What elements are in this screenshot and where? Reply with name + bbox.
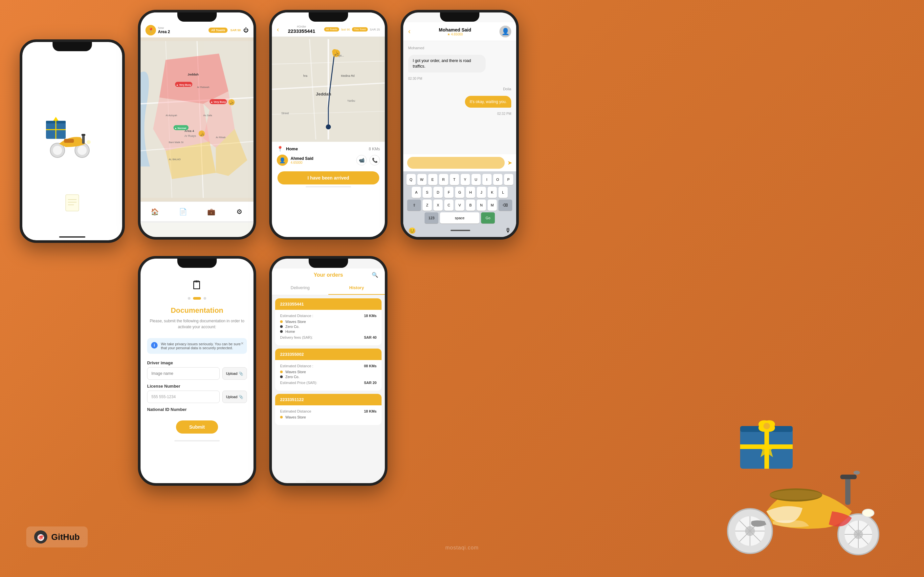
order-body-3: Estimated Distance 18 KMs Waves Store (275, 405, 382, 425)
submit-btn[interactable]: Submit (176, 421, 218, 434)
license-input[interactable] (147, 390, 220, 403)
route-stop-2b: Zero Co. (280, 375, 300, 379)
field1-label: Driver image (147, 360, 247, 365)
key-b[interactable]: B (466, 200, 475, 211)
phone-orders: Your orders 🔍 Delivering History 2233355… (269, 256, 387, 486)
tab-history[interactable]: History (328, 281, 385, 295)
nav-home[interactable]: 🏠 (150, 207, 160, 217)
send-btn[interactable]: ➤ (507, 159, 512, 166)
key-x[interactable]: X (434, 200, 443, 211)
field3-label: National ID Number (147, 407, 247, 412)
chat-back-btn[interactable]: ‹ (408, 27, 410, 36)
license-upload[interactable]: Upload 📎 (222, 390, 247, 403)
key-n[interactable]: N (477, 200, 486, 211)
key-h[interactable]: H (466, 187, 475, 198)
phone-splash: 9:41 ▪▪▪ (20, 39, 125, 243)
sender-name-1: Mohamed (408, 46, 511, 50)
phone-chat: ‹ Mohamed Said ★ 4.65000 👤 Mohamed I got… (401, 10, 519, 240)
msg-time-1: 02:30 PM (408, 77, 511, 81)
svg-point-8 (53, 146, 62, 155)
doc-icon: 🗒 (147, 278, 247, 292)
svg-text:▲ Normal: ▲ Normal (174, 127, 186, 130)
route-dot-2b (280, 376, 283, 378)
tab-delivering[interactable]: Delivering (272, 281, 328, 295)
keyboard: Q W E R T Y U I O P A S D F G H J K L (403, 171, 516, 237)
key-u[interactable]: U (471, 174, 481, 185)
orders-screen: Your orders 🔍 Delivering History 2233355… (272, 259, 385, 483)
nav-settings[interactable]: ⚙ (234, 207, 244, 217)
doc-header: 🗒 Documentation Please, submit the follo… (140, 269, 253, 335)
key-w[interactable]: W (417, 174, 427, 185)
svg-point-12 (87, 140, 90, 144)
key-t[interactable]: T (450, 174, 459, 185)
sender-name-2: Dolia (408, 87, 511, 91)
map-svg: Jeddah Area 4 Ar Ruays Ar Rabwah Al Aziz… (140, 37, 253, 201)
video-call-btn[interactable]: 📹 (356, 155, 367, 165)
github-text: GitHub (51, 532, 80, 542)
orders-search[interactable]: 🔍 (372, 272, 378, 278)
contact-avatar: 👤 (500, 26, 511, 37)
key-r[interactable]: R (439, 174, 448, 185)
key-k[interactable]: K (488, 187, 497, 198)
info-icon: i (151, 342, 158, 348)
key-j[interactable]: J (477, 187, 486, 198)
key-i[interactable]: I (482, 174, 492, 185)
driver-image-input[interactable] (147, 367, 220, 380)
arrived-btn[interactable]: I have been arrived (277, 171, 379, 184)
fee-val-2: SAR 20 (364, 381, 377, 385)
key-l[interactable]: L (498, 187, 508, 198)
key-m[interactable]: M (488, 200, 497, 211)
key-o[interactable]: O (493, 174, 502, 185)
route-stop-1a: Waves Store (280, 320, 306, 324)
chat-screen: ‹ Mohamed Said ★ 4.65000 👤 Mohamed I got… (403, 13, 516, 237)
order-card-3: 2233351122 Estimated Distance 18 KMs Wav… (275, 394, 382, 425)
emoji-icon[interactable]: 😊 (408, 227, 416, 234)
svg-point-85 (770, 490, 822, 500)
last-val: last 90 (341, 28, 350, 31)
nav-orders[interactable]: 📄 (178, 207, 188, 217)
key-f[interactable]: F (444, 187, 453, 198)
mic-icon[interactable]: 🎙 (505, 227, 511, 234)
key-y[interactable]: Y (461, 174, 470, 185)
key-space[interactable]: space (440, 212, 479, 224)
doc-form: Driver image Upload 📎 License Number Upl… (140, 357, 253, 417)
key-c[interactable]: C (444, 200, 453, 211)
key-d[interactable]: D (434, 187, 443, 198)
key-go[interactable]: Go (481, 212, 495, 224)
key-123[interactable]: 123 (424, 212, 439, 224)
sar-tracking: SAR 25 (370, 28, 380, 31)
svg-rect-9 (64, 139, 74, 143)
doc-progress-dots (147, 297, 247, 300)
svg-text:▲ Very Busy: ▲ Very Busy (176, 83, 192, 86)
key-v[interactable]: V (455, 200, 464, 211)
notice-close[interactable]: ✕ (241, 341, 243, 346)
key-delete[interactable]: ⌫ (498, 200, 512, 211)
orders-header: Your orders 🔍 (272, 269, 385, 281)
doc-title: Documentation (147, 306, 247, 315)
nav-bag[interactable]: 💼 (206, 207, 216, 217)
order-card-1: 2233355441 Estimated Distance : 18 KMs W… (275, 298, 382, 345)
key-shift[interactable]: ⇧ (407, 200, 421, 211)
power-icon[interactable]: ⏻ (243, 27, 248, 33)
stop-name-1a: Waves Store (285, 320, 306, 324)
order-id-3: 2233351122 (275, 394, 382, 405)
svg-text:🛵: 🛵 (334, 51, 339, 56)
key-g[interactable]: G (455, 187, 464, 198)
key-e[interactable]: E (428, 174, 437, 185)
order-distance-row-3: Estimated Distance 18 KMs (280, 409, 377, 413)
distance-label-1: Estimated Distance : (280, 314, 313, 318)
distance-val-3: 18 KMs (364, 409, 377, 413)
back-btn[interactable]: ‹ (277, 26, 279, 33)
key-p[interactable]: P (504, 174, 513, 185)
driver-image-upload[interactable]: Upload 📎 (222, 367, 247, 380)
phone-call-btn[interactable]: 📞 (369, 155, 380, 165)
key-s[interactable]: S (422, 187, 432, 198)
big-scooter-container (707, 419, 898, 557)
key-q[interactable]: Q (406, 174, 416, 185)
route-stop-1c: Home (280, 330, 295, 334)
key-z[interactable]: Z (422, 200, 432, 211)
key-a[interactable]: A (412, 187, 421, 198)
chat-text-input[interactable] (407, 157, 505, 169)
stop-name-1b: Zero Co. (285, 325, 300, 329)
svg-text:Street: Street (281, 111, 289, 115)
